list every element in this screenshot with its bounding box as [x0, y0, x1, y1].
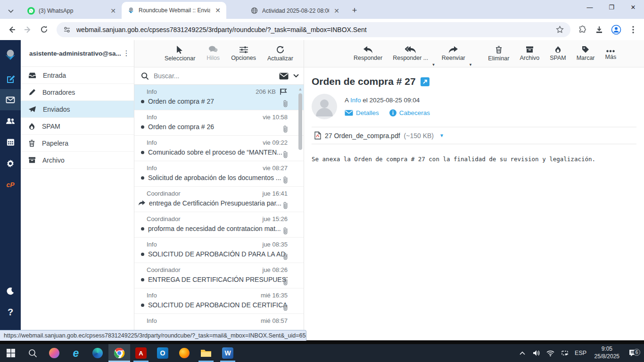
threads-button[interactable]: Hilos [203, 46, 223, 61]
tab-close-icon[interactable]: ✕ [109, 7, 117, 15]
forward-icon[interactable] [20, 22, 36, 38]
list-item[interactable]: Info 206 KB Orden de compra # 27 [134, 85, 304, 110]
tab-actividad[interactable]: Actividad 2025-08-22 08:00:00 ✕ [245, 3, 345, 19]
downloads-icon[interactable] [592, 22, 606, 38]
taskbar-search-button[interactable] [22, 344, 43, 362]
list-item[interactable]: Infovie 09:22 Comunicado sobre el proces… [134, 136, 304, 161]
forward-caret-icon[interactable]: ▾ [470, 62, 472, 67]
internet-explorer-icon[interactable]: e [65, 344, 87, 362]
url-text[interactable]: webmail.sanjuan.gob.ec/cpsess7831249225/… [76, 26, 550, 33]
file-explorer-icon[interactable] [195, 344, 217, 362]
attachment-paperclip-icon [282, 201, 289, 211]
archive-button[interactable]: Archivo [515, 46, 544, 61]
settings-gear-icon[interactable] [0, 153, 21, 174]
reply-all-caret-icon[interactable]: ▾ [432, 62, 435, 67]
edge-icon[interactable] [87, 344, 108, 362]
headers-link[interactable]: Cabeceras [389, 109, 430, 116]
back-icon[interactable] [4, 22, 20, 38]
reload-icon[interactable] [36, 22, 52, 38]
start-button[interactable] [0, 344, 22, 362]
mark-button[interactable]: Marcar [572, 46, 599, 61]
tab-roundcube[interactable]: Roundcube Webmail :: Enviados ✕ [122, 2, 226, 19]
dark-mode-moon-icon[interactable] [0, 280, 21, 302]
reply-all-button[interactable]: Responder ... [388, 46, 432, 61]
window-minimize-button[interactable]: — [579, 0, 601, 14]
site-settings-icon[interactable] [62, 22, 72, 38]
list-scrollbar[interactable]: ▲ ▼ [298, 87, 303, 342]
attachment-name[interactable]: 27 Orden_de_compra.pdf [325, 132, 400, 140]
taskbar-clock[interactable]: 9:05 25/8/2025 [591, 346, 623, 360]
flag-icon[interactable] [280, 88, 288, 95]
folder-archivo[interactable]: Archivo [21, 152, 134, 169]
contacts-nav-icon[interactable] [0, 110, 21, 132]
select-button[interactable]: Seleccionar [161, 46, 199, 62]
cpanel-icon[interactable]: cP [0, 174, 21, 195]
tray-expand-chevron-icon[interactable] [516, 351, 528, 355]
delete-button[interactable]: Eliminar [484, 46, 513, 62]
options-button[interactable]: Opciones [227, 46, 260, 61]
folder-label: Borradores [42, 89, 75, 96]
tab-search-chevron-icon[interactable] [0, 4, 22, 19]
browser-menu-icon[interactable] [626, 22, 640, 38]
list-item[interactable]: Infomié 16:35 SOLICITUD DE APROBACION DE… [134, 288, 304, 314]
help-icon[interactable]: ? [0, 302, 21, 323]
folder-entrada[interactable]: Entrada [21, 67, 134, 84]
outlook-icon[interactable]: O [152, 344, 173, 362]
volume-icon[interactable] [530, 350, 543, 356]
window-close-button[interactable]: ✕ [622, 0, 644, 14]
folder-borradores[interactable]: Borradores [21, 84, 134, 101]
search-options-chevron-icon[interactable] [293, 74, 299, 78]
bookmark-star-icon[interactable] [554, 22, 565, 38]
folder-spam[interactable]: SPAM [21, 118, 134, 135]
url-bar[interactable]: webmail.sanjuan.gob.ec/cpsess7831249225/… [57, 22, 570, 37]
notification-center-icon[interactable]: 6 [625, 349, 641, 357]
folder-papelera[interactable]: Papelera [21, 135, 134, 152]
flame-icon [554, 46, 561, 53]
copilot-icon[interactable] [43, 344, 65, 362]
reply-button[interactable]: Responder [349, 46, 387, 61]
scrollbar-thumb[interactable] [298, 93, 302, 150]
tab-close-icon[interactable]: ✕ [333, 7, 340, 15]
open-in-new-window-icon[interactable] [421, 77, 429, 86]
more-button[interactable]: Más [601, 47, 621, 60]
folder-menu-kebab-icon[interactable]: ⋮ [122, 52, 131, 55]
profile-avatar-icon[interactable] [609, 22, 623, 38]
search-scope-mail-icon[interactable] [279, 73, 289, 80]
details-link[interactable]: Detalles [345, 109, 379, 116]
folder-enviados[interactable]: Enviados [21, 101, 134, 118]
attachment-row[interactable]: 27 Orden_de_compra.pdf (~150 KB) ▼ [312, 127, 636, 144]
forward-button[interactable]: Reenviar [438, 46, 470, 61]
language-indicator[interactable]: ESP [573, 350, 589, 356]
compose-icon[interactable] [0, 68, 21, 89]
wifi-icon[interactable] [545, 350, 557, 356]
refresh-button[interactable]: Actualizar [264, 46, 297, 62]
tab-whatsapp[interactable]: (3) WhatsApp ✕ [22, 3, 122, 19]
paper-plane-icon [28, 106, 36, 113]
new-tab-button[interactable]: + [348, 4, 361, 17]
search-input[interactable] [154, 72, 274, 80]
list-item[interactable]: Infojue 08:35 SOLICITUD DE APROBACIÓN D … [134, 238, 304, 263]
tab-close-icon[interactable]: ✕ [214, 7, 222, 14]
chat-bubbles-icon [208, 46, 218, 53]
list-item[interactable]: Coordinadorjue 16:41 entrega de Certific… [134, 187, 304, 212]
inbox-icon [28, 72, 36, 79]
firefox-icon[interactable] [173, 344, 195, 362]
attachment-menu-caret-icon[interactable]: ▼ [439, 133, 444, 138]
chrome-icon[interactable] [108, 344, 130, 362]
list-item[interactable]: Infovie 08:27 Solicitud de aprobación de… [134, 161, 304, 187]
calendar-nav-icon[interactable] [0, 132, 21, 153]
list-item[interactable]: Coordinadorjue 15:26 proforma de necesid… [134, 212, 304, 238]
scroll-up-icon[interactable]: ▲ [298, 87, 303, 91]
clock-date: 25/8/2025 [594, 353, 619, 361]
list-item[interactable]: Infovie 10:58 Orden de compra # 26 [134, 110, 304, 136]
word-icon[interactable]: W [217, 344, 239, 362]
connect-display-icon[interactable] [559, 350, 571, 356]
extensions-icon[interactable] [575, 22, 589, 38]
window-restore-button[interactable]: ❐ [601, 0, 622, 14]
acrobat-icon[interactable]: A [130, 344, 152, 362]
mail-nav-icon[interactable] [0, 89, 21, 110]
recipient-link[interactable]: Info [350, 97, 361, 104]
list-item[interactable]: Infomié 08:57 [134, 314, 304, 328]
spam-button[interactable]: SPAM [545, 46, 570, 61]
list-item[interactable]: Coordinadorjue 08:26 ENTREGA DE CERTIFIC… [134, 263, 304, 288]
